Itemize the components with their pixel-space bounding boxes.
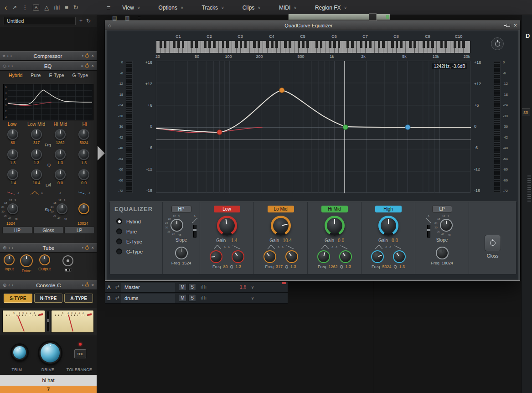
solo-button[interactable]: S	[188, 294, 196, 302]
close-icon[interactable]: ×	[91, 283, 94, 288]
close-icon[interactable]: ×	[91, 53, 94, 58]
hp-slope-knob[interactable]	[170, 219, 183, 232]
caret-icon[interactable]: ∧	[88, 191, 90, 195]
tolerance-button[interactable]: TOL	[74, 349, 86, 358]
export-icon[interactable]: ↗	[12, 5, 17, 10]
band-header[interactable]: High	[375, 206, 402, 212]
caret-icon[interactable]: ∧	[41, 191, 43, 195]
next-module-icon[interactable]: ›	[11, 63, 13, 68]
swap-icon[interactable]: ⇄	[113, 284, 121, 290]
lvl-knob[interactable]	[31, 169, 42, 180]
hp-mini-slider[interactable]	[193, 225, 196, 238]
caret-icon[interactable]: ∧	[17, 191, 19, 195]
tube-mode-toggle[interactable]	[64, 268, 72, 272]
caret-icon[interactable]: ∧	[282, 245, 284, 248]
band-shape-icons[interactable]: ∧ ∧	[254, 244, 307, 250]
console-type-button[interactable]: N-TYPE	[34, 294, 63, 303]
caret-icon[interactable]: ∧	[427, 214, 429, 217]
caret-icon[interactable]: ∧	[59, 191, 61, 195]
close-icon[interactable]: ×	[514, 23, 517, 28]
gloss-button[interactable]	[485, 235, 501, 251]
chevron-down-icon[interactable]: ∨	[246, 285, 259, 290]
caret-icon[interactable]: ∧	[193, 214, 196, 217]
chevron-down-icon[interactable]: ∨	[246, 296, 259, 300]
shape-icon[interactable]	[267, 244, 275, 249]
q-knob[interactable]	[339, 250, 352, 263]
refresh-icon[interactable]: ↻	[73, 5, 78, 10]
reload-preset-icon[interactable]: ↻	[86, 18, 91, 24]
q-knob[interactable]	[31, 149, 42, 160]
eq-type-tab[interactable]: Hybrid	[9, 72, 22, 78]
prev-module-icon[interactable]: ‹	[8, 283, 10, 288]
eq-band-label[interactable]: Hi	[72, 121, 97, 127]
lp-slope-knob[interactable]	[57, 203, 67, 214]
window-titlebar[interactable]: ◇ QuadCurve Equalizer ×	[105, 21, 520, 30]
menu-item[interactable]: Tracks ∨	[202, 5, 224, 11]
caret-icon[interactable]: ∧	[223, 245, 226, 248]
freq-knob[interactable]	[317, 250, 330, 263]
power-icon[interactable]	[85, 284, 89, 287]
caret-icon[interactable]: ∧	[385, 245, 387, 248]
band-shape-icons[interactable]: ∧ ∧	[308, 244, 361, 250]
a-badge-icon[interactable]: A	[33, 5, 39, 10]
close-icon[interactable]: ×	[91, 63, 94, 68]
eq-band-label[interactable]: Hi Mid	[48, 121, 72, 127]
caret-icon[interactable]: ∧	[277, 245, 279, 248]
tube-output-knob[interactable]	[39, 254, 50, 265]
tube-mode-icon[interactable]	[62, 255, 73, 266]
caret-icon[interactable]: ∧	[389, 245, 392, 248]
eq-mode-radio[interactable]: Pure	[116, 228, 143, 234]
freq-knob[interactable]	[263, 250, 276, 263]
shape-icon[interactable]	[232, 244, 240, 249]
eq-power-button[interactable]	[491, 37, 504, 50]
low-shelf-icon[interactable]	[6, 190, 16, 196]
lvl-knob[interactable]	[55, 169, 66, 180]
eq-type-tab[interactable]: G-Type	[72, 72, 88, 78]
eq-band-label[interactable]: Low	[0, 121, 24, 127]
track-name[interactable]: Master	[121, 283, 175, 292]
menu-item[interactable]: Options ∨	[159, 5, 184, 11]
bell-icon[interactable]	[30, 190, 40, 196]
q-knob[interactable]	[285, 250, 298, 263]
meter-handle[interactable]	[369, 13, 377, 21]
frq-knob[interactable]	[31, 129, 42, 140]
gain-knob[interactable]	[271, 216, 291, 236]
console-type-button[interactable]: S-TYPE	[4, 294, 32, 303]
compressor-module-header[interactable]: ≈ ‹ › Compressor • ×	[0, 51, 97, 61]
track-toolbar-icon[interactable]: ≡	[138, 15, 140, 21]
add-preset-icon[interactable]: +	[79, 18, 83, 24]
lp-mini-slider[interactable]	[427, 225, 430, 238]
piano-keyboard-ruler[interactable]	[156, 41, 470, 53]
band-shape-icons[interactable]: ∧ ∧	[362, 244, 415, 250]
close-icon[interactable]: ×	[91, 245, 94, 250]
shape-icon[interactable]	[286, 244, 294, 249]
high-band-handle[interactable]	[405, 125, 410, 130]
next-module-icon[interactable]: ›	[10, 53, 12, 58]
lp-button[interactable]: LP	[432, 206, 452, 212]
mute-button[interactable]: M	[179, 283, 186, 291]
caret-icon[interactable]: ∧	[331, 245, 333, 248]
himid-band-handle[interactable]	[343, 125, 348, 130]
swap-icon[interactable]: ⇄	[113, 295, 121, 301]
band-header[interactable]: Low	[214, 206, 240, 212]
hamburger-icon[interactable]: ≡	[107, 4, 110, 11]
q-knob[interactable]	[393, 250, 406, 263]
track-row[interactable]: A ⇄ Master M S ıllı 1.6 ∨	[105, 282, 288, 293]
shape-icon[interactable]	[393, 244, 402, 249]
tube-input-knob[interactable]	[4, 254, 15, 265]
menu-item[interactable]: MIDI ∨	[279, 5, 297, 11]
tube-module-header[interactable]: ⊕ ‹ › Tube • ×	[0, 243, 97, 253]
console-mini-fader[interactable]	[46, 311, 50, 332]
eq-mode-radio[interactable]: E-Type	[116, 238, 143, 244]
power-icon[interactable]	[85, 64, 89, 68]
eq-curve-graph[interactable]: 1242Hz, -3.6dB	[156, 61, 470, 193]
track-name[interactable]: drums	[121, 294, 175, 303]
solo-button[interactable]: S	[188, 283, 196, 291]
gain-knob[interactable]	[217, 216, 237, 236]
lvl-knob[interactable]	[7, 169, 18, 180]
filter-button[interactable]: LP	[64, 227, 94, 234]
band-header[interactable]: Hi Mid	[321, 206, 348, 212]
eq-mode-radio[interactable]: Hybrid	[116, 218, 143, 224]
gain-knob[interactable]	[325, 216, 345, 236]
lp-freq-knob[interactable]	[436, 247, 449, 259]
